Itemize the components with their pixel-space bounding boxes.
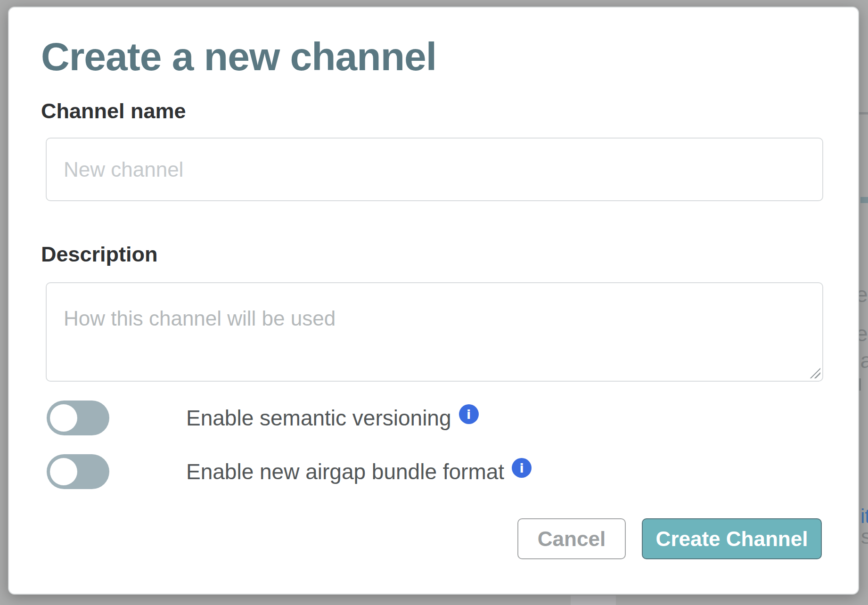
create-channel-button[interactable]: Create Channel	[642, 518, 822, 559]
background-page-link-fragment: it	[860, 505, 868, 528]
description-field-wrap	[46, 282, 823, 382]
textarea-resize-handle[interactable]	[810, 368, 820, 378]
channel-name-label: Channel name	[41, 99, 186, 123]
toggle-knob	[50, 458, 77, 485]
semantic-versioning-row: Enable semantic versioning i	[47, 401, 479, 435]
info-icon[interactable]: i	[459, 404, 479, 424]
airgap-bundle-toggle[interactable]	[47, 454, 109, 489]
description-label: Description	[41, 242, 158, 267]
create-channel-modal: Create a new channel Channel name Descri…	[8, 7, 859, 595]
background-page-element-fragment	[571, 596, 616, 605]
airgap-bundle-row: Enable new airgap bundle format i	[47, 454, 532, 489]
background-page-divider	[859, 112, 868, 114]
description-textarea[interactable]	[46, 282, 823, 382]
channel-name-input[interactable]	[46, 138, 823, 201]
background-page-text-fragment: s	[861, 525, 868, 548]
cancel-button[interactable]: Cancel	[517, 518, 626, 559]
background-page-teal-accent	[860, 197, 868, 203]
airgap-bundle-label: Enable new airgap bundle format	[186, 459, 504, 484]
info-icon[interactable]: i	[512, 458, 532, 478]
semantic-versioning-toggle[interactable]	[47, 401, 109, 435]
toggle-knob	[50, 404, 77, 432]
modal-title: Create a new channel	[41, 34, 436, 80]
semantic-versioning-label: Enable semantic versioning	[186, 405, 451, 431]
